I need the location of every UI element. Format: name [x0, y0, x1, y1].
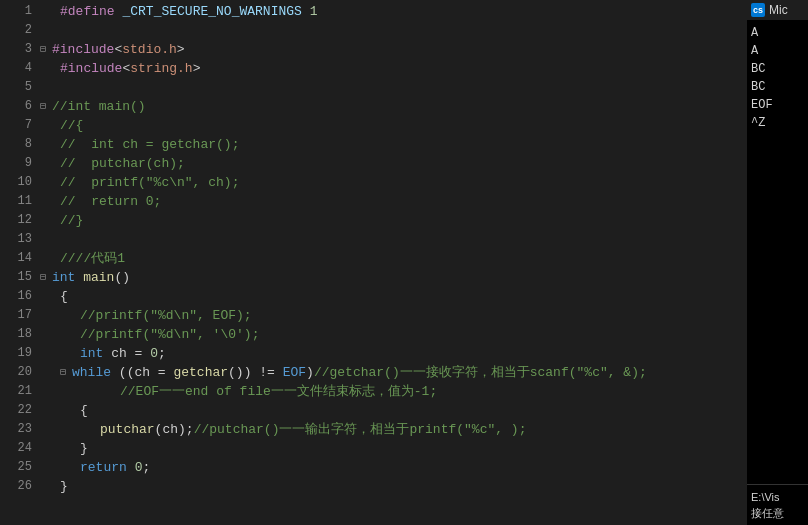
code-line-15: ⊟int main() — [40, 268, 747, 287]
code-line-20: ⊟while ((ch = getchar()) != EOF)//getcha… — [40, 363, 747, 382]
code-line-5 — [40, 78, 747, 97]
code-line-7: //{ — [40, 116, 747, 135]
editor-area[interactable]: 1 2 3 4 5 6 7 8 9 10 11 12 13 14 15 16 1… — [0, 0, 747, 525]
code-lines[interactable]: #define _CRT_SECURE_NO_WARNINGS 1 ⊟#incl… — [40, 0, 747, 525]
panel-title: Mic — [769, 3, 788, 17]
panel-item-4: BC — [751, 78, 804, 96]
panel-item-6: ^Z — [751, 114, 804, 132]
panel-content: A A BC BC EOF ^Z — [747, 20, 808, 484]
code-line-16: { — [40, 287, 747, 306]
panel-item-1: A — [751, 24, 804, 42]
code-line-4: #include<string.h> — [40, 59, 747, 78]
panel-footer-line-1: E:\Vis — [751, 489, 804, 505]
code-line-26: } — [40, 477, 747, 496]
line-numbers: 1 2 3 4 5 6 7 8 9 10 11 12 13 14 15 16 1… — [0, 0, 40, 525]
code-line-6: ⊟//int main() — [40, 97, 747, 116]
code-line-9: // putchar(ch); — [40, 154, 747, 173]
code-line-17: //printf("%d\n", EOF); — [40, 306, 747, 325]
code-line-25: return 0; — [40, 458, 747, 477]
panel-item-3: BC — [751, 60, 804, 78]
code-line-13 — [40, 230, 747, 249]
code-line-14: ////代码1 — [40, 249, 747, 268]
code-line-1: #define _CRT_SECURE_NO_WARNINGS 1 — [40, 2, 747, 21]
code-line-18: //printf("%d\n", '\0'); — [40, 325, 747, 344]
panel-header: cs Mic — [747, 0, 808, 20]
code-line-12: //} — [40, 211, 747, 230]
panel-icon: cs — [751, 3, 765, 17]
panel-item-5: EOF — [751, 96, 804, 114]
panel-item-2: A — [751, 42, 804, 60]
code-line-11: // return 0; — [40, 192, 747, 211]
panel-footer-line-2: 接任意 — [751, 505, 804, 521]
code-line-2 — [40, 21, 747, 40]
panel-footer: E:\Vis 接任意 — [747, 484, 808, 525]
right-panel: cs Mic A A BC BC EOF ^Z E:\Vis 接任意 — [747, 0, 808, 525]
code-line-3: ⊟#include<stdio.h> — [40, 40, 747, 59]
code-line-10: // printf("%c\n", ch); — [40, 173, 747, 192]
code-line-21: //EOF一一end of file一一文件结束标志，值为-1; — [40, 382, 747, 401]
code-line-24: } — [40, 439, 747, 458]
code-line-19: int ch = 0; — [40, 344, 747, 363]
code-line-22: { — [40, 401, 747, 420]
code-line-23: putchar(ch);//putchar()一一输出字符，相当于printf(… — [40, 420, 747, 439]
code-line-8: // int ch = getchar(); — [40, 135, 747, 154]
